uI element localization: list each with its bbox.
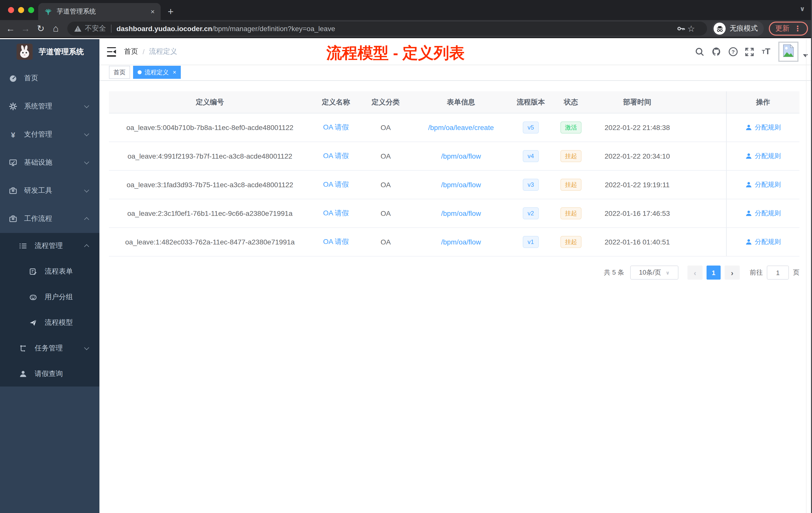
forward-button[interactable]: →	[18, 23, 33, 34]
update-button[interactable]: 更新 ⋮	[769, 22, 808, 36]
minimize-window-button[interactable]	[18, 7, 24, 13]
page-size-select[interactable]: 10条/页 ∨	[630, 266, 678, 280]
key-icon[interactable]	[676, 24, 686, 33]
tag-home[interactable]: 首页	[109, 66, 130, 79]
status-badge: 挂起	[560, 179, 581, 191]
form-link[interactable]: /bpm/oa/flow	[441, 238, 481, 246]
assign-rule-button[interactable]: 分配规则	[745, 237, 781, 246]
definition-id: oa_leave:4:991f2193-7b7f-11ec-a3c8-acde4…	[109, 142, 311, 170]
sidebar-item-process-form[interactable]: 流程表单	[0, 259, 99, 284]
sidebar-item-infra[interactable]: 基础设施	[0, 149, 99, 177]
navbar-actions: ? TT	[692, 42, 812, 62]
sidebar-menu: 首页 系统管理 ¥ 支付管理	[0, 64, 99, 387]
github-icon[interactable]	[708, 47, 725, 57]
workflow-submenu: 流程管理 流程表单	[0, 233, 99, 387]
home-button[interactable]: ⌂	[48, 23, 63, 34]
status-badge: 挂起	[560, 236, 581, 248]
avatar[interactable]	[778, 42, 799, 62]
goto-page-input[interactable]: 1	[767, 266, 789, 280]
definition-category: OA	[361, 114, 410, 142]
sidebar-item-devtools[interactable]: 研发工具	[0, 177, 99, 205]
form-link[interactable]: /bpm/oa/leave/create	[428, 123, 494, 131]
browser-toolbar: ← → ↻ ⌂ ! 不安全 dashboard.yudao.iocoder.cn…	[0, 20, 812, 38]
help-icon[interactable]: ?	[725, 47, 741, 57]
tab-search-icon[interactable]: ∨	[800, 5, 805, 12]
sidebar-item-label: 基础设施	[24, 158, 52, 167]
tab-close-icon[interactable]: ×	[150, 7, 156, 16]
sidebar-item-system[interactable]: 系统管理	[0, 92, 99, 120]
maximize-window-button[interactable]	[28, 7, 34, 13]
sidebar-item-label: 用户分组	[45, 292, 73, 301]
fullscreen-icon[interactable]	[741, 47, 758, 57]
reload-button[interactable]: ↻	[33, 23, 48, 34]
sidebar-item-task-mgmt[interactable]: 任务管理	[0, 335, 99, 361]
definition-name-link[interactable]: OA 请假	[323, 209, 349, 218]
sidebar-item-home[interactable]: 首页	[0, 64, 99, 92]
definition-name-link[interactable]: OA 请假	[323, 237, 349, 246]
tag-close-icon[interactable]: ×	[173, 69, 176, 76]
address-bar[interactable]: ! 不安全 dashboard.yudao.iocoder.cn /bpm/ma…	[67, 22, 707, 36]
definition-table: 定义编号 定义名称 定义分类 表单信息 流程版本 状态 部署时间 操作 oa_l…	[109, 91, 800, 256]
tag-label: 首页	[114, 68, 125, 77]
sidebar-item-leave-query[interactable]: 请假查询	[0, 361, 99, 387]
window-edge	[811, 0, 812, 513]
sidebar-item-user-group[interactable]: 用户分组	[0, 284, 99, 310]
browser-menu-icon[interactable]: ⋮	[794, 24, 802, 33]
user-icon	[745, 181, 752, 188]
definition-id: oa_leave:5:004b710b-7b8a-11ec-8ef0-acde4…	[109, 114, 311, 142]
chevron-down-icon	[84, 103, 89, 108]
sidebar-item-process-mgmt[interactable]: 流程管理	[0, 233, 99, 259]
scrollbar-track[interactable]	[806, 39, 807, 513]
tree-icon	[19, 344, 27, 352]
table-row: oa_leave:1:482ec033-762a-11ec-8477-a2380…	[109, 228, 800, 256]
sidebar-item-label: 工作流程	[24, 214, 52, 223]
next-page-button[interactable]: ›	[725, 266, 740, 280]
definition-category: OA	[361, 142, 410, 170]
user-icon	[745, 238, 752, 245]
form-link[interactable]: /bpm/oa/flow	[441, 152, 481, 160]
assign-rule-button[interactable]: 分配规则	[745, 180, 781, 189]
page: 芋道管理系统 首页	[0, 39, 812, 513]
breadcrumb-home[interactable]: 首页	[124, 47, 138, 56]
search-icon[interactable]	[692, 47, 708, 57]
table-row: oa_leave:5:004b710b-7b8a-11ec-8ef0-acde4…	[109, 114, 800, 142]
definition-name-link[interactable]: OA 请假	[323, 180, 349, 189]
close-window-button[interactable]	[8, 7, 14, 13]
robot-icon	[29, 293, 37, 301]
column-header: 流程版本	[512, 91, 550, 113]
paper-plane-icon	[29, 319, 37, 327]
current-page-button[interactable]: 1	[706, 266, 721, 280]
security-label: 不安全	[85, 24, 106, 33]
definition-category: OA	[361, 171, 410, 199]
definition-name-link[interactable]: OA 请假	[323, 152, 349, 161]
hamburger-icon[interactable]	[107, 46, 116, 58]
column-header: 定义名称	[311, 91, 361, 113]
form-link[interactable]: /bpm/oa/flow	[441, 209, 481, 217]
form-link[interactable]: /bpm/oa/flow	[441, 181, 481, 189]
deploy-time: 2022-01-22 21:48:38	[592, 114, 683, 142]
definition-name-link[interactable]: OA 请假	[323, 123, 349, 132]
tag-process-definition[interactable]: 流程定义 ×	[133, 66, 181, 79]
text-size-icon[interactable]: TT	[758, 47, 774, 57]
new-tab-button[interactable]: +	[168, 6, 174, 18]
sidebar-item-payment[interactable]: ¥ 支付管理	[0, 120, 99, 149]
sidebar-item-label: 任务管理	[35, 343, 63, 353]
column-header: 操作	[726, 91, 800, 113]
definition-id: oa_leave:2:3c1f0ef1-76b1-11ec-9c66-a2380…	[109, 199, 311, 228]
assign-rule-button[interactable]: 分配规则	[745, 209, 781, 218]
column-header: 部署时间	[592, 91, 683, 113]
window-controls[interactable]	[8, 7, 34, 13]
back-button[interactable]: ←	[3, 23, 18, 34]
sidebar-item-process-model[interactable]: 流程模型	[0, 310, 99, 335]
assign-rule-button[interactable]: 分配规则	[745, 123, 781, 132]
assign-rule-button[interactable]: 分配规则	[745, 152, 781, 161]
prev-page-button[interactable]: ‹	[688, 266, 702, 280]
table-row: oa_leave:3:1fad3d93-7b75-11ec-a3c8-acde4…	[109, 171, 800, 199]
dropdown-caret-icon[interactable]	[803, 54, 808, 57]
bookmark-star-icon[interactable]: ☆	[688, 23, 695, 34]
toolbox-icon	[9, 187, 17, 195]
browser-tab[interactable]: 芋道管理系统 ×	[38, 3, 161, 20]
sidebar-item-workflow[interactable]: 工作流程	[0, 205, 99, 233]
pagination: 共 5 条 10条/页 ∨ ‹ 1 › 前往 1 页	[109, 266, 800, 280]
url-domain: dashboard.yudao.iocoder.cn	[116, 25, 212, 33]
